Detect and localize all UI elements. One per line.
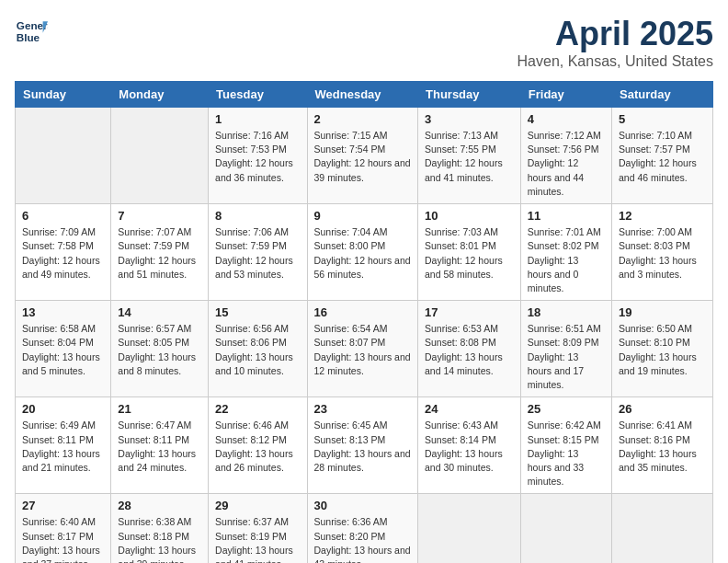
table-row: 20Sunrise: 6:49 AMSunset: 8:11 PMDayligh… xyxy=(16,397,111,494)
day-info: Sunrise: 6:51 AMSunset: 8:09 PMDaylight:… xyxy=(528,322,605,392)
day-header-monday: Monday xyxy=(111,82,209,108)
day-info: Sunrise: 6:42 AMSunset: 8:15 PMDaylight:… xyxy=(528,419,605,488)
day-info: Sunrise: 6:47 AMSunset: 8:11 PMDaylight:… xyxy=(118,419,201,475)
calendar-subtitle: Haven, Kansas, United States xyxy=(518,53,713,70)
day-number: 8 xyxy=(215,209,300,223)
day-info: Sunrise: 7:03 AMSunset: 8:01 PMDaylight:… xyxy=(425,225,514,282)
day-info: Sunrise: 6:36 AMSunset: 8:20 PMDaylight:… xyxy=(314,515,411,563)
day-info: Sunrise: 6:45 AMSunset: 8:13 PMDaylight:… xyxy=(314,419,411,475)
day-number: 1 xyxy=(215,112,300,126)
day-number: 10 xyxy=(425,209,514,223)
calendar-week-3: 13Sunrise: 6:58 AMSunset: 8:04 PMDayligh… xyxy=(16,301,713,397)
day-info: Sunrise: 6:40 AMSunset: 8:17 PMDaylight:… xyxy=(22,515,104,563)
day-info: Sunrise: 7:16 AMSunset: 7:53 PMDaylight:… xyxy=(215,129,300,185)
table-row: 27Sunrise: 6:40 AMSunset: 8:17 PMDayligh… xyxy=(16,494,111,563)
table-row: 19Sunrise: 6:50 AMSunset: 8:10 PMDayligh… xyxy=(612,301,713,397)
day-info: Sunrise: 6:56 AMSunset: 8:06 PMDaylight:… xyxy=(215,322,300,378)
day-number: 11 xyxy=(528,209,605,223)
title-block: April 2025 Haven, Kansas, United States xyxy=(518,15,713,70)
day-number: 13 xyxy=(22,305,104,319)
day-number: 3 xyxy=(425,112,514,126)
table-row: 17Sunrise: 6:53 AMSunset: 8:08 PMDayligh… xyxy=(418,301,521,397)
table-row: 21Sunrise: 6:47 AMSunset: 8:11 PMDayligh… xyxy=(111,397,209,494)
day-info: Sunrise: 7:06 AMSunset: 7:59 PMDaylight:… xyxy=(215,225,300,282)
table-row: 25Sunrise: 6:42 AMSunset: 8:15 PMDayligh… xyxy=(520,397,611,494)
page-header: General Blue April 2025 Haven, Kansas, U… xyxy=(15,15,713,70)
day-header-wednesday: Wednesday xyxy=(307,82,417,108)
day-number: 14 xyxy=(118,305,201,319)
day-number: 24 xyxy=(425,402,514,416)
day-number: 17 xyxy=(425,305,514,319)
day-number: 23 xyxy=(314,402,411,416)
day-number: 25 xyxy=(528,402,605,416)
day-info: Sunrise: 7:09 AMSunset: 7:58 PMDaylight:… xyxy=(22,225,104,282)
table-row xyxy=(418,494,521,563)
day-number: 20 xyxy=(22,402,104,416)
day-header-tuesday: Tuesday xyxy=(209,82,307,108)
calendar-title: April 2025 xyxy=(518,15,713,53)
table-row: 7Sunrise: 7:07 AMSunset: 7:59 PMDaylight… xyxy=(111,204,209,301)
day-number: 15 xyxy=(215,305,300,319)
table-row xyxy=(16,108,111,204)
table-row: 9Sunrise: 7:04 AMSunset: 8:00 PMDaylight… xyxy=(307,204,417,301)
day-info: Sunrise: 6:58 AMSunset: 8:04 PMDaylight:… xyxy=(22,322,104,378)
day-info: Sunrise: 6:37 AMSunset: 8:19 PMDaylight:… xyxy=(215,515,300,563)
day-info: Sunrise: 6:38 AMSunset: 8:18 PMDaylight:… xyxy=(118,515,201,563)
calendar-header-row: SundayMondayTuesdayWednesdayThursdayFrid… xyxy=(16,82,713,108)
day-number: 9 xyxy=(314,209,411,223)
table-row: 24Sunrise: 6:43 AMSunset: 8:14 PMDayligh… xyxy=(418,397,521,494)
table-row xyxy=(111,108,209,204)
calendar-week-4: 20Sunrise: 6:49 AMSunset: 8:11 PMDayligh… xyxy=(16,397,713,494)
calendar-body: 1Sunrise: 7:16 AMSunset: 7:53 PMDaylight… xyxy=(16,108,713,564)
table-row: 4Sunrise: 7:12 AMSunset: 7:56 PMDaylight… xyxy=(520,108,611,204)
day-number: 2 xyxy=(314,112,411,126)
logo: General Blue xyxy=(15,15,48,48)
day-info: Sunrise: 7:10 AMSunset: 7:57 PMDaylight:… xyxy=(619,129,706,185)
day-info: Sunrise: 6:54 AMSunset: 8:07 PMDaylight:… xyxy=(314,322,411,378)
day-number: 30 xyxy=(314,499,411,512)
table-row: 13Sunrise: 6:58 AMSunset: 8:04 PMDayligh… xyxy=(16,301,111,397)
day-number: 5 xyxy=(619,112,706,126)
table-row: 3Sunrise: 7:13 AMSunset: 7:55 PMDaylight… xyxy=(418,108,521,204)
table-row: 12Sunrise: 7:00 AMSunset: 8:03 PMDayligh… xyxy=(612,204,713,301)
day-info: Sunrise: 6:49 AMSunset: 8:11 PMDaylight:… xyxy=(22,419,104,475)
table-row: 29Sunrise: 6:37 AMSunset: 8:19 PMDayligh… xyxy=(209,494,307,563)
day-number: 18 xyxy=(528,305,605,319)
day-info: Sunrise: 7:15 AMSunset: 7:54 PMDaylight:… xyxy=(314,129,411,185)
day-number: 21 xyxy=(118,402,201,416)
day-header-friday: Friday xyxy=(520,82,611,108)
table-row: 6Sunrise: 7:09 AMSunset: 7:58 PMDaylight… xyxy=(16,204,111,301)
day-header-sunday: Sunday xyxy=(16,82,111,108)
day-info: Sunrise: 6:41 AMSunset: 8:16 PMDaylight:… xyxy=(619,419,706,475)
day-info: Sunrise: 6:57 AMSunset: 8:05 PMDaylight:… xyxy=(118,322,201,378)
day-number: 26 xyxy=(619,402,706,416)
table-row: 30Sunrise: 6:36 AMSunset: 8:20 PMDayligh… xyxy=(307,494,417,563)
day-info: Sunrise: 6:50 AMSunset: 8:10 PMDaylight:… xyxy=(619,322,706,378)
day-number: 12 xyxy=(619,209,706,223)
table-row xyxy=(520,494,611,563)
table-row: 22Sunrise: 6:46 AMSunset: 8:12 PMDayligh… xyxy=(209,397,307,494)
day-number: 7 xyxy=(118,209,201,223)
day-number: 29 xyxy=(215,499,300,512)
day-header-saturday: Saturday xyxy=(612,82,713,108)
table-row: 16Sunrise: 6:54 AMSunset: 8:07 PMDayligh… xyxy=(307,301,417,397)
table-row: 26Sunrise: 6:41 AMSunset: 8:16 PMDayligh… xyxy=(612,397,713,494)
day-info: Sunrise: 7:07 AMSunset: 7:59 PMDaylight:… xyxy=(118,225,201,282)
day-info: Sunrise: 7:01 AMSunset: 8:02 PMDaylight:… xyxy=(528,225,605,295)
table-row: 1Sunrise: 7:16 AMSunset: 7:53 PMDaylight… xyxy=(209,108,307,204)
calendar-week-1: 1Sunrise: 7:16 AMSunset: 7:53 PMDaylight… xyxy=(16,108,713,204)
table-row: 14Sunrise: 6:57 AMSunset: 8:05 PMDayligh… xyxy=(111,301,209,397)
day-info: Sunrise: 7:00 AMSunset: 8:03 PMDaylight:… xyxy=(619,225,706,282)
day-header-thursday: Thursday xyxy=(418,82,521,108)
logo-icon: General Blue xyxy=(15,15,48,48)
table-row: 15Sunrise: 6:56 AMSunset: 8:06 PMDayligh… xyxy=(209,301,307,397)
table-row xyxy=(612,494,713,563)
table-row: 23Sunrise: 6:45 AMSunset: 8:13 PMDayligh… xyxy=(307,397,417,494)
table-row: 2Sunrise: 7:15 AMSunset: 7:54 PMDaylight… xyxy=(307,108,417,204)
table-row: 18Sunrise: 6:51 AMSunset: 8:09 PMDayligh… xyxy=(520,301,611,397)
day-info: Sunrise: 7:04 AMSunset: 8:00 PMDaylight:… xyxy=(314,225,411,282)
day-info: Sunrise: 7:12 AMSunset: 7:56 PMDaylight:… xyxy=(528,129,605,199)
day-info: Sunrise: 6:46 AMSunset: 8:12 PMDaylight:… xyxy=(215,419,300,475)
calendar-week-5: 27Sunrise: 6:40 AMSunset: 8:17 PMDayligh… xyxy=(16,494,713,563)
day-number: 27 xyxy=(22,499,104,512)
